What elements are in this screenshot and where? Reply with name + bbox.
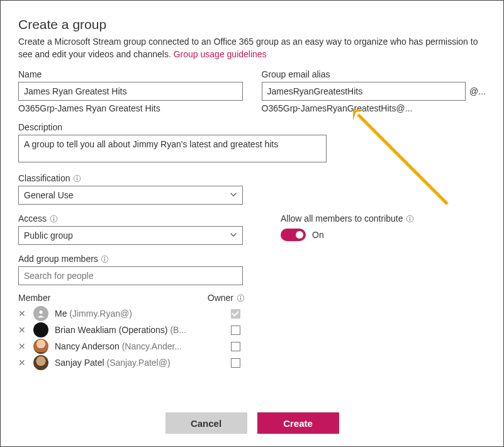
info-icon[interactable] [49,214,58,223]
avatar [33,322,48,337]
info-icon[interactable] [236,293,245,302]
access-select[interactable] [18,226,243,245]
name-label: Name [18,69,243,79]
remove-member-icon[interactable]: ✕ [18,309,27,318]
svg-rect-5 [53,218,54,220]
member-name: Nancy Anderson (Nancy.Ander... [55,341,220,351]
contribute-state: On [312,230,324,240]
svg-rect-11 [104,258,105,261]
description-input[interactable] [18,135,327,162]
avatar [33,355,48,370]
avatar [33,306,48,321]
member-name: Sanjay Patel (Sanjay.Patel@) [55,358,220,368]
info-icon[interactable] [406,214,415,223]
owner-checkbox [231,309,240,319]
description-label: Description [18,122,486,132]
member-name: Brian Weakliam (Operations) (B... [55,325,220,335]
usage-guidelines-link[interactable]: Group usage guidelines [174,49,267,59]
name-input[interactable] [18,82,243,101]
member-row: ✕Me (Jimmy.Ryan@) [18,305,245,322]
svg-point-15 [39,310,42,314]
alias-hint: O365Grp-JamesRyanGreatestHits@... [262,103,486,113]
member-name: Me (Jimmy.Ryan@) [55,308,220,319]
member-row: ✕Sanjay Patel (Sanjay.Patel@) [18,354,245,371]
owner-checkbox[interactable] [231,325,240,335]
svg-point-10 [104,257,106,258]
info-icon[interactable] [101,254,109,263]
add-members-input[interactable] [18,266,243,285]
members-col-member: Member [18,293,50,303]
info-icon[interactable] [72,174,81,183]
avatar [33,339,48,354]
svg-rect-14 [240,297,240,300]
svg-rect-8 [410,218,410,220]
remove-member-icon[interactable]: ✕ [18,342,27,351]
svg-point-13 [240,296,241,297]
contribute-label: Allow all members to contribute [281,213,486,224]
classification-value[interactable] [18,186,243,205]
page-title: Create a group [18,17,486,32]
svg-point-1 [77,176,78,178]
owner-checkbox[interactable] [231,358,240,368]
add-members-label: Add group members [18,254,486,264]
alias-input[interactable] [262,82,466,101]
classification-select[interactable] [18,186,243,205]
access-value[interactable] [18,226,243,245]
classification-label: Classification [18,173,486,183]
cancel-button[interactable]: Cancel [165,412,247,434]
remove-member-icon[interactable]: ✕ [18,358,27,367]
alias-label: Group email alias [262,69,486,79]
svg-point-7 [410,217,411,218]
member-row: ✕Brian Weakliam (Operations) (B... [18,322,245,338]
contribute-toggle[interactable] [281,229,306,241]
owner-checkbox[interactable] [231,342,240,351]
alias-suffix: @... [469,86,486,96]
remove-member-icon[interactable]: ✕ [18,325,27,334]
access-label: Access [18,213,243,224]
member-row: ✕Nancy Anderson (Nancy.Ander... [18,338,245,354]
page-subtitle: Create a Microsoft Stream group connecte… [18,36,486,60]
name-hint: O365Grp-James Ryan Greatest Hits [18,103,243,113]
members-col-owner: Owner [208,293,245,303]
create-button[interactable]: Create [257,412,339,434]
svg-point-4 [53,217,54,218]
svg-rect-2 [77,178,77,180]
